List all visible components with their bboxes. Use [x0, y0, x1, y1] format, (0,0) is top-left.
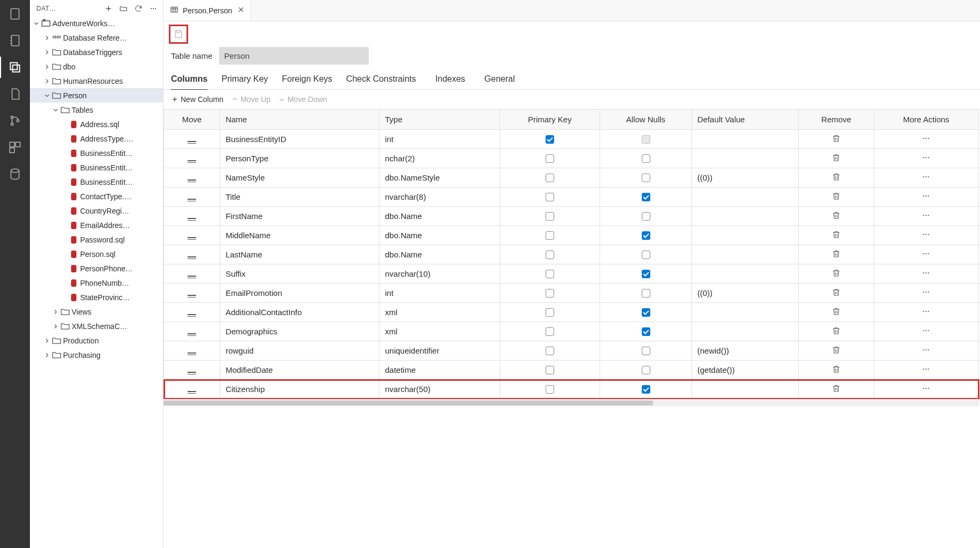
tree-item[interactable]: BusinessEntit…: [30, 160, 163, 175]
cell-type[interactable]: xml: [379, 303, 500, 322]
save-button[interactable]: [169, 25, 188, 44]
cell-name[interactable]: Demographics: [220, 322, 379, 341]
more-actions-button[interactable]: [921, 249, 931, 259]
new-column-button[interactable]: New Column: [171, 95, 223, 104]
more-actions-button[interactable]: [921, 345, 931, 355]
drag-handle-icon[interactable]: [188, 333, 196, 336]
allow-nulls-checkbox[interactable]: [642, 289, 650, 298]
cell-type[interactable]: uniqueidentifier: [379, 341, 500, 361]
more-actions-button[interactable]: [921, 134, 931, 143]
primary-key-checkbox[interactable]: [546, 135, 554, 144]
activity-page-icon[interactable]: [6, 85, 24, 103]
activity-database-icon[interactable]: [6, 166, 24, 183]
cell-name[interactable]: PersonType: [220, 149, 379, 168]
cell-name[interactable]: ModifiedDate: [220, 361, 379, 380]
tree-item[interactable]: ContactType.…: [30, 189, 163, 203]
close-icon[interactable]: [237, 5, 244, 15]
allow-nulls-checkbox[interactable]: [642, 135, 650, 144]
tree-item[interactable]: PhoneNumb…: [30, 276, 163, 290]
cell-default[interactable]: [691, 303, 798, 322]
primary-key-checkbox[interactable]: [546, 308, 554, 317]
column-header[interactable]: Default Value: [691, 109, 798, 130]
activity-extensions-icon[interactable]: [6, 139, 24, 156]
cell-name[interactable]: NameStyle: [220, 168, 379, 187]
designer-tab-foreign-keys[interactable]: Foreign Keys: [282, 70, 332, 89]
cell-type[interactable]: int: [379, 284, 500, 303]
column-header[interactable]: Type: [379, 109, 500, 130]
delete-button[interactable]: [831, 383, 841, 393]
allow-nulls-checkbox[interactable]: [642, 270, 650, 278]
tree-item[interactable]: Views: [30, 304, 163, 319]
tree-item[interactable]: BusinessEntit…: [30, 146, 163, 160]
cell-type[interactable]: nvarchar(8): [379, 187, 500, 207]
primary-key-checkbox[interactable]: [546, 347, 554, 355]
delete-button[interactable]: [831, 268, 841, 278]
tree-item[interactable]: BusinessEntit…: [30, 175, 163, 189]
column-header[interactable]: Remove: [799, 109, 874, 130]
move-down-button[interactable]: Move Down: [278, 95, 327, 104]
more-actions-button[interactable]: [921, 287, 931, 297]
tree-item[interactable]: Tables: [30, 103, 163, 117]
drag-handle-icon[interactable]: [188, 353, 196, 355]
sidebar-refresh-button[interactable]: [133, 3, 144, 14]
primary-key-checkbox[interactable]: [546, 250, 554, 259]
tree-item[interactable]: DatabaseTriggers: [30, 45, 163, 59]
column-header[interactable]: Move: [164, 109, 220, 130]
allow-nulls-checkbox[interactable]: [642, 327, 650, 336]
cell-type[interactable]: dbo.Name: [379, 207, 500, 226]
table-name-input[interactable]: [219, 47, 369, 65]
cell-default[interactable]: (newid()): [691, 341, 798, 361]
activity-explorer-icon[interactable]: [6, 5, 24, 22]
cell-type[interactable]: datetime: [379, 361, 500, 380]
cell-name[interactable]: LastName: [220, 245, 379, 264]
primary-key-checkbox[interactable]: [546, 193, 554, 201]
tab-person-person[interactable]: Person.Person: [164, 0, 251, 21]
allow-nulls-checkbox[interactable]: [642, 366, 650, 374]
cell-type[interactable]: int: [379, 130, 500, 149]
cell-default[interactable]: [691, 130, 798, 149]
tree-item[interactable]: Purchasing: [30, 348, 163, 362]
sidebar-open-button[interactable]: [118, 3, 129, 14]
move-up-button[interactable]: Move Up: [231, 95, 270, 104]
cell-name[interactable]: EmailPromotion: [220, 284, 379, 303]
tree-item[interactable]: HumanResources: [30, 74, 163, 88]
cell-type[interactable]: nchar(2): [379, 149, 500, 168]
cell-name[interactable]: BusinessEntityID: [220, 130, 379, 149]
sidebar-add-button[interactable]: [103, 3, 114, 14]
cell-type[interactable]: dbo.Name: [379, 226, 500, 245]
delete-button[interactable]: [831, 326, 841, 335]
horizontal-scrollbar[interactable]: [164, 399, 979, 406]
sidebar-more-button[interactable]: [148, 3, 159, 14]
tree-item[interactable]: EmailAddres…: [30, 218, 163, 232]
cell-name[interactable]: FirstName: [220, 207, 379, 226]
tree-item[interactable]: Password.sql: [30, 232, 163, 247]
tree-item[interactable]: XMLSchemaC…: [30, 319, 163, 333]
cell-name[interactable]: AdditionalContactInfo: [220, 303, 379, 322]
primary-key-checkbox[interactable]: [546, 174, 554, 182]
cell-type[interactable]: xml: [379, 322, 500, 341]
more-actions-button[interactable]: [921, 230, 931, 239]
allow-nulls-checkbox[interactable]: [642, 154, 650, 163]
cell-name[interactable]: Citizenship: [220, 380, 379, 399]
allow-nulls-checkbox[interactable]: [642, 308, 650, 317]
tree-item[interactable]: Person: [30, 88, 163, 103]
drag-handle-icon[interactable]: [188, 237, 196, 240]
activity-source-control-icon[interactable]: [6, 112, 24, 129]
more-actions-button[interactable]: [921, 307, 931, 316]
cell-type[interactable]: nvarchar(10): [379, 264, 500, 284]
cell-name[interactable]: rowguid: [220, 341, 379, 361]
allow-nulls-checkbox[interactable]: [642, 347, 650, 355]
more-actions-button[interactable]: [921, 191, 931, 201]
column-header[interactable]: Name: [220, 109, 379, 130]
cell-name[interactable]: MiddleName: [220, 226, 379, 245]
activity-files-icon[interactable]: [6, 59, 24, 76]
cell-default[interactable]: [691, 226, 798, 245]
delete-button[interactable]: [831, 210, 841, 220]
cell-default[interactable]: [691, 264, 798, 284]
cell-default[interactable]: [691, 380, 798, 399]
primary-key-checkbox[interactable]: [546, 270, 554, 278]
delete-button[interactable]: [831, 153, 841, 162]
cell-default[interactable]: [691, 245, 798, 264]
more-actions-button[interactable]: [921, 364, 931, 374]
delete-button[interactable]: [831, 134, 841, 143]
